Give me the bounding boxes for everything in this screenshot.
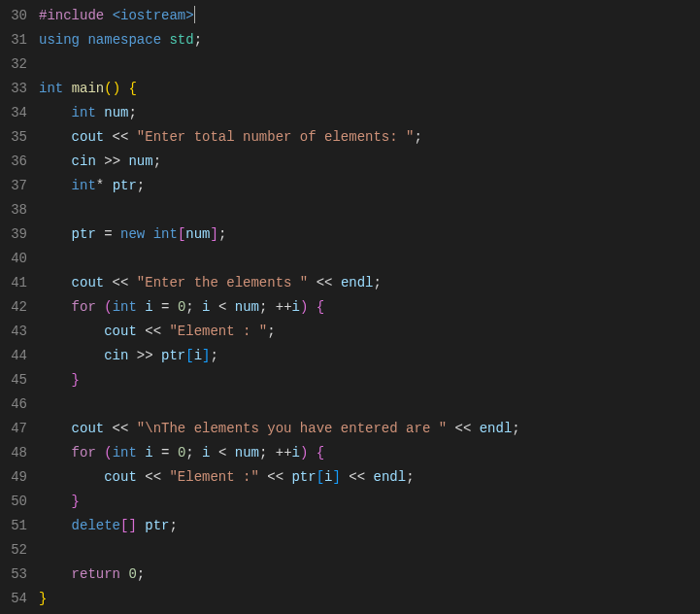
token: num <box>104 105 128 120</box>
code-line[interactable]: cin >> ptr[i]; <box>39 344 700 368</box>
token: ; <box>153 154 161 169</box>
token: for <box>72 445 96 460</box>
code-line[interactable] <box>39 538 700 563</box>
code-line[interactable]: } <box>39 368 700 392</box>
token: ; <box>128 105 136 120</box>
token <box>39 129 72 145</box>
token: { <box>128 81 136 96</box>
token <box>39 469 104 485</box>
line-number: 32 <box>8 52 27 77</box>
token: ; <box>259 299 276 315</box>
line-number: 52 <box>8 538 27 563</box>
token: num <box>185 226 210 242</box>
code-line[interactable]: using namespace std; <box>39 28 700 52</box>
token: ptr <box>113 178 137 193</box>
token: #include <box>39 8 104 23</box>
code-line[interactable]: cout << "Element :" << ptr[i] << endl; <box>39 465 700 490</box>
token: { <box>317 445 324 460</box>
token: num <box>235 445 259 460</box>
line-number: 47 <box>8 417 27 441</box>
code-line[interactable] <box>39 198 700 222</box>
code-line[interactable]: for (int i = 0; i < num; ++i) { <box>39 441 700 465</box>
token: < <box>211 445 235 460</box>
token <box>39 275 72 290</box>
token: ; <box>259 445 276 460</box>
code-line[interactable]: return 0; <box>39 563 700 587</box>
token: ] <box>211 226 218 242</box>
token <box>39 154 72 169</box>
token: >> <box>96 154 129 169</box>
token: ptr <box>145 518 169 533</box>
token <box>39 178 72 193</box>
code-line[interactable]: cout << "\nThe elements you have entered… <box>39 417 700 441</box>
token: ; <box>406 469 414 485</box>
token <box>308 299 316 315</box>
token: cout <box>72 275 105 290</box>
token <box>96 445 104 460</box>
token: cout <box>72 129 105 145</box>
code-editor[interactable]: 3031323334353637383940414243444546474849… <box>0 0 700 614</box>
token: = <box>96 226 120 242</box>
token: << <box>341 469 374 485</box>
token <box>63 81 71 96</box>
code-line[interactable]: cout << "Enter total number of elements:… <box>39 125 700 150</box>
code-line[interactable]: delete[] ptr; <box>39 514 700 538</box>
line-number: 54 <box>8 587 27 611</box>
token: i <box>292 445 300 460</box>
code-line[interactable]: for (int i = 0; i < num; ++i) { <box>39 295 700 320</box>
line-number: 38 <box>8 198 27 222</box>
token <box>39 226 72 242</box>
token: } <box>39 591 47 606</box>
line-number: 39 <box>8 222 27 247</box>
line-number: 33 <box>8 77 27 101</box>
token: i <box>202 299 210 315</box>
token: i <box>202 445 210 460</box>
token: int <box>153 226 178 242</box>
code-line[interactable]: cout << "Enter the elements " << endl; <box>39 271 700 295</box>
token: main <box>72 81 105 96</box>
token: = <box>153 299 178 315</box>
code-line[interactable]: ptr = new int[num]; <box>39 222 700 247</box>
token: endl <box>341 275 374 290</box>
token: () <box>104 81 120 96</box>
code-line[interactable]: int num; <box>39 101 700 125</box>
code-content[interactable]: #include <iostream>using namespace std;i… <box>39 0 700 614</box>
token: ptr <box>291 469 316 485</box>
code-line[interactable] <box>39 392 700 417</box>
code-line[interactable]: cin >> num; <box>39 150 700 174</box>
code-line[interactable]: cout << "Element : "; <box>39 320 700 344</box>
line-number: 48 <box>8 441 27 465</box>
token: num <box>235 299 259 315</box>
code-line[interactable]: #include <iostream> <box>39 4 700 28</box>
token: [] <box>120 518 137 533</box>
code-line[interactable]: int* ptr; <box>39 174 700 198</box>
token: ; <box>137 178 145 193</box>
line-number: 53 <box>8 563 27 587</box>
line-number-gutter: 3031323334353637383940414243444546474849… <box>0 0 39 614</box>
token: for <box>72 299 96 315</box>
token: ; <box>210 348 217 363</box>
code-line[interactable]: } <box>39 490 700 514</box>
token: ( <box>104 299 112 315</box>
code-line[interactable]: } <box>39 587 700 611</box>
token: = <box>153 445 178 460</box>
token: ; <box>185 445 202 460</box>
token <box>39 324 104 339</box>
token: "Enter total number of elements: " <box>137 129 415 145</box>
token: >> <box>128 348 161 363</box>
code-line[interactable]: int main() { <box>39 77 700 101</box>
line-number: 51 <box>8 514 27 538</box>
token: "\nThe elements you have entered are " <box>137 421 447 436</box>
token: ++ <box>276 445 292 460</box>
token: ; <box>373 275 381 290</box>
token: "Element :" <box>169 469 258 485</box>
token <box>137 445 145 460</box>
code-line[interactable] <box>39 52 700 77</box>
code-line[interactable] <box>39 247 700 271</box>
token: <iostream> <box>113 8 194 23</box>
token <box>39 518 72 533</box>
token: ; <box>218 226 226 242</box>
token: << <box>447 421 480 436</box>
token: ; <box>194 32 202 48</box>
line-number: 35 <box>8 125 27 150</box>
